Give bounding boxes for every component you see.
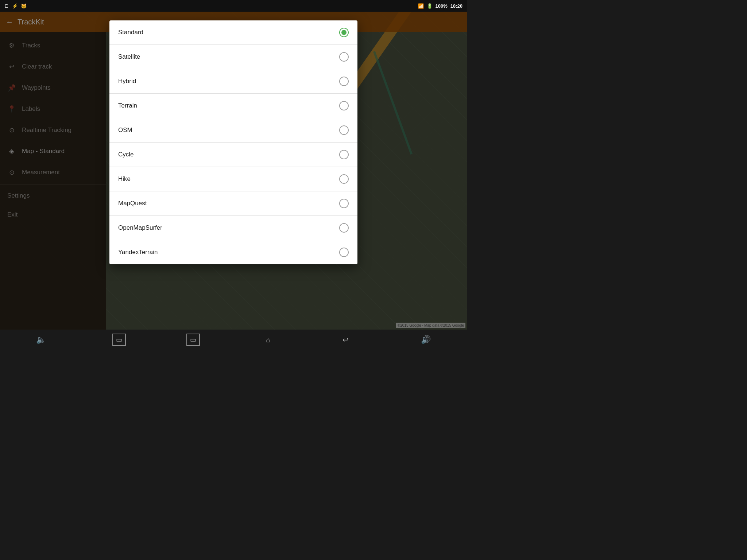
volume-down-button[interactable]: 🔈 xyxy=(30,332,52,347)
dialog-label-mapquest: MapQuest xyxy=(118,200,147,207)
map-type-dialog: Standard Satellite Hybrid Terrain OSM Cy… xyxy=(109,20,357,264)
radio-cycle[interactable] xyxy=(339,150,349,159)
status-icons-left: 🗒 ⚡ 🐱 xyxy=(4,3,27,9)
nav-bar: 🔈 ▭ ▭ ⌂ ↩ 🔊 xyxy=(0,330,467,350)
battery-percent: 100% xyxy=(436,3,448,9)
radio-yandex-terrain[interactable] xyxy=(339,248,349,257)
status-bar-right: 📶 🔋 100% 18:20 xyxy=(418,3,463,9)
dialog-label-osm: OSM xyxy=(118,127,132,134)
back-nav-button[interactable]: ↩ xyxy=(337,332,355,347)
dialog-option-mapquest[interactable]: MapQuest xyxy=(109,191,357,216)
clock: 18:20 xyxy=(450,3,462,9)
app-icon-1: 🗒 xyxy=(4,3,9,9)
usb-icon: ⚡ xyxy=(12,3,18,9)
dialog-label-terrain: Terrain xyxy=(118,102,137,109)
app-icon-2: 🐱 xyxy=(21,3,27,9)
dialog-option-openmapsurfer[interactable]: OpenMapSurfer xyxy=(109,216,357,240)
radio-satellite[interactable] xyxy=(339,52,349,62)
radio-openmapsurfer[interactable] xyxy=(339,223,349,233)
radio-osm[interactable] xyxy=(339,125,349,135)
radio-hybrid[interactable] xyxy=(339,77,349,86)
dialog-label-hike: Hike xyxy=(118,175,131,183)
screenshot-button[interactable]: ▭ xyxy=(186,334,200,346)
dialog-label-satellite: Satellite xyxy=(118,53,140,61)
dialog-label-yandex-terrain: YandexTerrain xyxy=(118,249,158,256)
dialog-option-terrain[interactable]: Terrain xyxy=(109,94,357,118)
volume-up-button[interactable]: 🔊 xyxy=(415,332,437,347)
dialog-option-cycle[interactable]: Cycle xyxy=(109,143,357,167)
wifi-icon: 📶 xyxy=(418,3,424,9)
dialog-option-hybrid[interactable]: Hybrid xyxy=(109,69,357,94)
status-bar: 🗒 ⚡ 🐱 📶 🔋 100% 18:20 xyxy=(0,0,467,12)
dialog-label-hybrid: Hybrid xyxy=(118,78,136,85)
dialog-option-standard[interactable]: Standard xyxy=(109,20,357,45)
modal-overlay: Standard Satellite Hybrid Terrain OSM Cy… xyxy=(0,12,467,330)
home-button[interactable]: ⌂ xyxy=(260,333,276,347)
radio-terrain[interactable] xyxy=(339,101,349,110)
dialog-label-cycle: Cycle xyxy=(118,151,134,158)
dialog-label-standard: Standard xyxy=(118,29,143,36)
radio-inner-standard xyxy=(341,30,347,35)
dialog-option-yandex-terrain[interactable]: YandexTerrain xyxy=(109,240,357,264)
radio-hike[interactable] xyxy=(339,174,349,184)
dialog-option-osm[interactable]: OSM xyxy=(109,118,357,143)
radio-mapquest[interactable] xyxy=(339,199,349,208)
dialog-option-satellite[interactable]: Satellite xyxy=(109,45,357,69)
dialog-option-hike[interactable]: Hike xyxy=(109,167,357,191)
battery-icon: 🔋 xyxy=(427,3,433,9)
radio-standard[interactable] xyxy=(339,28,349,37)
recents-button[interactable]: ▭ xyxy=(112,334,126,346)
dialog-label-openmapsurfer: OpenMapSurfer xyxy=(118,224,162,232)
